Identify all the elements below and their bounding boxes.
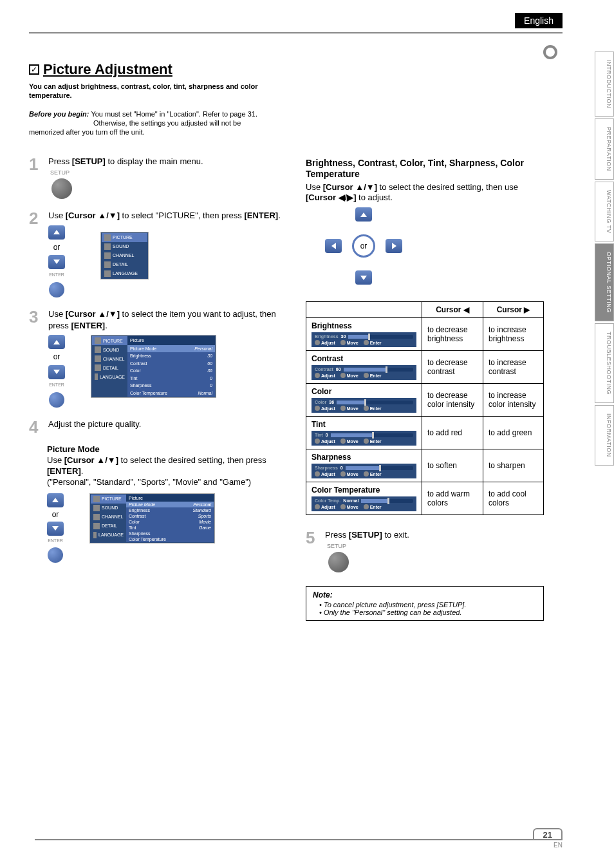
cell-left-action: to decrease contrast — [422, 351, 483, 384]
menu-item-channel: CHANNEL — [102, 251, 147, 260]
footer: 21 EN — [511, 828, 563, 849]
menu-item-picture: PICTURE — [102, 233, 147, 242]
step-number-3: 3 — [29, 308, 42, 410]
dpad-icon — [315, 406, 320, 411]
menu-row-3: ColorMovie — [126, 519, 214, 525]
cell-right-action: to increase color intensity — [483, 384, 544, 417]
checkbox-icon: ✓ — [29, 64, 39, 75]
np3: DETAIL — [103, 365, 118, 371]
pmc: to select the desired setting, then pres… — [118, 455, 266, 465]
nav-detail: DETAIL — [92, 363, 127, 372]
th-cursor-right: Cursor ▶ — [483, 302, 544, 318]
pl6: Color Temperature — [130, 390, 167, 396]
row-head-color: ColorColor36AdjustMoveEnter — [306, 384, 422, 417]
or-text: or — [52, 510, 59, 519]
slider-value: 0 — [340, 466, 343, 470]
np4: LANGUAGE — [100, 374, 125, 380]
ctrl-adjust: Adjust — [315, 439, 335, 444]
pmb: [Cursor ▲/▼] — [64, 455, 118, 465]
enter-icon — [364, 373, 369, 378]
menu-row-4: TintGame — [126, 525, 214, 531]
menu-row-2: ContrastSports — [126, 513, 214, 519]
cell-left-action: to add red — [422, 417, 483, 449]
ctrl-enter: Enter — [364, 439, 382, 444]
enter-label: ENTER — [49, 272, 64, 278]
setup-button-icon — [51, 178, 72, 199]
menu-row-5: Sharpness — [126, 531, 214, 536]
pl3: Color — [130, 368, 141, 373]
rsc: to select the desired setting, then use — [377, 182, 518, 192]
language-icon — [104, 270, 111, 277]
dpad-icon — [315, 504, 320, 509]
setup-label: SETUP — [50, 169, 286, 176]
n4p0: PICTURE — [102, 496, 122, 501]
pv4: 0 — [210, 375, 212, 381]
ctrl-adjust: Adjust — [315, 340, 335, 345]
m3: DETAIL — [113, 261, 128, 267]
q1l: Brightness — [129, 508, 150, 513]
slider-panel: Tint0AdjustMoveEnter — [312, 431, 416, 446]
right-subtext: Use [Cursor ▲/▼] to select the desired s… — [306, 182, 544, 204]
table-row: SharpnessSharpness0AdjustMoveEnterto sof… — [306, 449, 544, 482]
step1-text-a: Press — [48, 156, 72, 166]
step-4: 4 Adjust the picture quality. — [29, 419, 286, 435]
cell-right-action: to increase contrast — [483, 351, 544, 384]
header-circle-icon — [543, 45, 557, 59]
right-subhead: Brightness, Contrast, Color, Tint, Sharp… — [306, 158, 544, 180]
rsa: Use — [306, 182, 323, 192]
pl1: Brightness — [130, 353, 151, 359]
menu-row-6: Color Temperature — [126, 536, 214, 542]
slider-label: Sharpness — [315, 466, 338, 470]
step-3: 3 Use [Cursor ▲/▼] to select the item yo… — [29, 308, 286, 410]
slider-value: 60 — [336, 367, 341, 372]
s2a: Use — [48, 211, 66, 220]
column-left: ✓ Picture Adjustment You can adjust brig… — [29, 61, 286, 621]
channel-icon — [95, 355, 101, 362]
enter-icon — [364, 504, 369, 509]
enter-icon — [364, 406, 369, 411]
slider-bar — [348, 335, 413, 339]
pv5: 0 — [210, 382, 212, 388]
s2e: . — [278, 211, 281, 220]
slider-value: 30 — [341, 334, 346, 339]
slider-panel: Sharpness0AdjustMoveEnter — [312, 464, 416, 478]
footer-rule — [35, 839, 563, 840]
q4v: Game — [199, 525, 211, 530]
side-tab-introduction: INTRODUCTION — [595, 52, 614, 117]
step-2: 2 Use [Cursor ▲/▼] to select "PICTURE", … — [29, 210, 286, 299]
ctrl-adjust: Adjust — [315, 373, 335, 378]
slider-label: Contrast — [315, 367, 333, 372]
sound-icon — [104, 243, 111, 250]
slider-label: Brightness — [315, 334, 339, 339]
dpad-icon — [340, 406, 346, 411]
panel-title: Picture — [126, 495, 214, 502]
picture-icon — [95, 337, 101, 344]
nav-sound: SOUND — [91, 504, 126, 513]
ctrl-move: Move — [340, 406, 358, 411]
picture-mode-heading: Picture Mode — [47, 444, 286, 454]
note-box: Note: To cancel picture adjustment, pres… — [306, 586, 544, 621]
picture-icon — [93, 496, 100, 502]
step-number-2: 2 — [29, 210, 42, 299]
cell-left-action: to add warm colors — [422, 482, 483, 515]
table-row: ColorColor36AdjustMoveEnterto decrease c… — [306, 384, 544, 417]
slider-value: Normal — [343, 498, 358, 503]
menu-row-1: BrightnessStandard — [126, 507, 214, 513]
sound-icon — [95, 346, 101, 353]
nav-sound: SOUND — [92, 345, 127, 354]
dpad-icon — [315, 340, 320, 345]
table-row: BrightnessBrightness30AdjustMoveEnterto … — [306, 318, 544, 351]
ctrl-enter: Enter — [364, 504, 382, 509]
menu-row-sharpness: Sharpness0 — [127, 382, 215, 389]
slider-bar — [346, 466, 413, 470]
steps: 1 Press [SETUP] to display the main menu… — [29, 156, 286, 564]
menu-row-color: Color36 — [127, 367, 215, 374]
slider-panel: Brightness30AdjustMoveEnter — [312, 332, 416, 347]
th-empty — [306, 302, 422, 318]
menu-nav: PICTURE SOUND CHANNEL DETAIL LANGUAGE — [91, 495, 126, 542]
s3b: [Cursor ▲/▼] — [66, 309, 120, 319]
note-heading: Note: — [313, 590, 537, 599]
slider-bar — [337, 401, 413, 404]
note-list: To cancel picture adjustment, press [SET… — [313, 601, 537, 616]
pv3: 36 — [207, 368, 212, 373]
